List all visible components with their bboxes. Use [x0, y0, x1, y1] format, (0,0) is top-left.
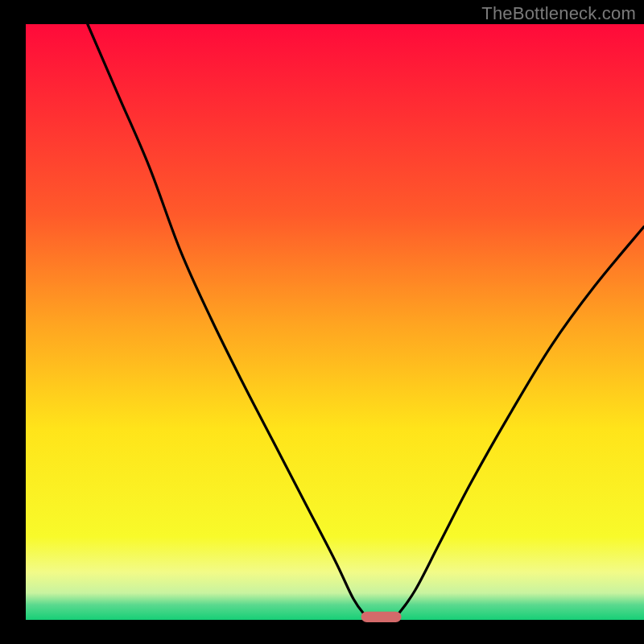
attribution-text: TheBottleneck.com	[481, 3, 636, 24]
chart-svg	[0, 0, 644, 644]
chart-background	[26, 24, 644, 620]
valley-marker	[361, 612, 402, 622]
chart-stage: TheBottleneck.com	[0, 0, 644, 644]
